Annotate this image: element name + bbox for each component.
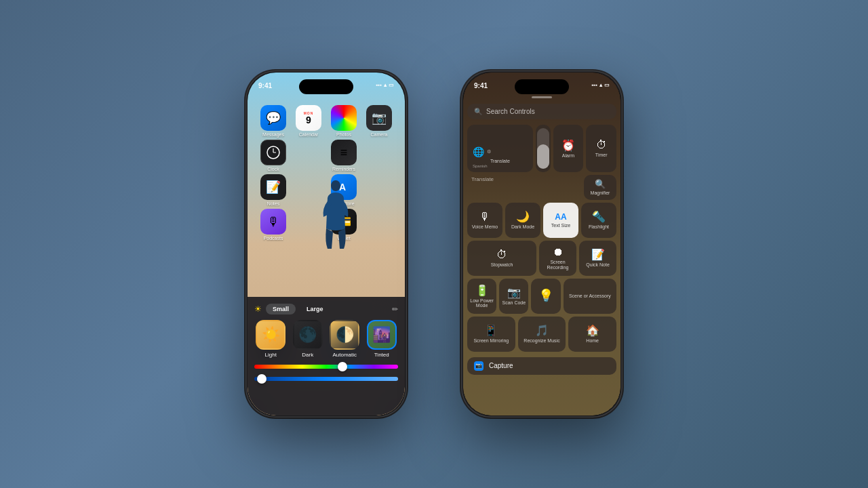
dynamic-island-2: [515, 79, 569, 94]
ctrl-darkmode[interactable]: 🌙 Dark Mode: [505, 203, 540, 238]
messages-label: Messages: [262, 132, 284, 137]
search-placeholder: Search Controls: [486, 108, 535, 115]
reminders-label: Reminders: [332, 167, 355, 171]
podcasts-label: Podcasts: [264, 236, 283, 241]
scancode-label: Scan Code: [502, 300, 526, 306]
translate-settings: ⚙: [487, 149, 491, 155]
dark-icon-img: 🌑: [293, 320, 323, 350]
ctrl-screenrecord[interactable]: ⏺ Screen Recording: [539, 241, 576, 276]
size-small-btn[interactable]: Small: [266, 304, 296, 314]
automatic-icon-img: 🌓: [330, 320, 359, 350]
tinted-icon-img: 🌆: [367, 320, 397, 350]
clock-label: Clock: [267, 167, 279, 171]
home-label: Home: [586, 338, 599, 344]
ctrl-voicememo[interactable]: 🎙 Voice Memo: [467, 203, 502, 238]
ctrl-textsize[interactable]: AA Text Size: [543, 203, 578, 238]
wallpaper-person: [322, 178, 349, 249]
app-notes[interactable]: 📝 Notes: [257, 174, 290, 206]
color-thumb[interactable]: [338, 362, 347, 371]
screenmirror-label: Screen Mirroring: [473, 338, 509, 344]
ctrl-magnifier[interactable]: 🔍 Magnifier: [584, 175, 616, 200]
icon-option-tinted[interactable]: 🌆 Tinted: [366, 320, 399, 358]
app-photos[interactable]: Photos: [328, 105, 360, 137]
alarm-label: Alarm: [562, 153, 574, 159]
ctrl-quicknote[interactable]: 📝 Quick Note: [579, 241, 616, 276]
app-messages[interactable]: 💬 Messages: [257, 105, 290, 137]
dynamic-island-1: [299, 79, 353, 94]
screenrecord-label: Screen Recording: [542, 260, 574, 270]
controls-row-4: ⏱ Stopwatch ⏺ Screen Recording 📝 Quick N…: [467, 241, 616, 276]
ctrl-translate[interactable]: 🌐 ⚙ Translate Spanish: [467, 125, 533, 172]
icon-option-light[interactable]: ☀️ Light: [254, 320, 288, 358]
status-icons-2: ▪▪▪ ▴ ▭: [591, 82, 610, 88]
notes-icon: 📝: [260, 174, 286, 200]
size-large-btn[interactable]: Large: [300, 304, 330, 314]
ctrl-alarm[interactable]: ⏰ Alarm: [553, 125, 584, 172]
dark-label: Dark: [302, 352, 313, 358]
ctrl-timer[interactable]: ⏱ Timer: [586, 125, 616, 172]
phone-2: 9:41 ▪▪▪ ▴ ▭ 🔍 Search Controls: [461, 70, 623, 418]
app-reminders[interactable]: ≡ Reminders: [328, 140, 360, 171]
textsize-icon: AA: [555, 212, 566, 222]
search-bar[interactable]: 🔍 Search Controls: [467, 104, 616, 119]
wifi-icon-2: ▴: [599, 82, 602, 88]
clock-icon: [260, 140, 286, 165]
controls-row-3: 🎙 Voice Memo 🌙 Dark Mode AA Text Size 🔦 …: [467, 203, 616, 238]
capture-row[interactable]: 📷 Capture: [467, 357, 616, 375]
ctrl-scene[interactable]: Scene or Accessory: [564, 279, 616, 314]
photos-icon: [331, 105, 357, 131]
bulb-icon: 💡: [538, 288, 553, 303]
stopwatch-icon: ⏱: [496, 249, 507, 261]
capture-icon: 📷: [474, 361, 484, 371]
controls-row-6: 📱 Screen Mirroring 🎵 Recognize Music 🏠 H…: [467, 317, 616, 352]
controls-panel: 🔍 Search Controls 🌐 ⚙ Translate Spanish: [467, 96, 616, 411]
podcasts-icon: 🎙: [260, 209, 286, 235]
signal-icon-2: ▪▪▪: [591, 82, 597, 88]
tinted-label: Tinted: [374, 352, 389, 358]
camera-label: Camera: [371, 132, 388, 137]
spacer: [543, 175, 551, 200]
app-clock[interactable]: Clock: [257, 140, 290, 171]
messages-icon: 💬: [260, 105, 286, 131]
timer-label: Timer: [595, 152, 608, 158]
color-slider[interactable]: [254, 365, 398, 369]
screenrecord-icon: ⏺: [553, 246, 564, 258]
icon-option-dark[interactable]: 🌑 Dark: [292, 320, 325, 358]
status-time-2: 9:41: [474, 82, 488, 89]
ctrl-scancode[interactable]: 📷 Scan Code: [499, 279, 528, 314]
controls-row-5: 🔋 Low Power Mode 📷 Scan Code 💡 Scene or …: [467, 279, 616, 314]
brightness-slider[interactable]: [536, 125, 551, 172]
app-empty1: [292, 140, 325, 171]
blue-slider[interactable]: [254, 377, 398, 381]
quicknote-icon: 📝: [591, 248, 605, 261]
darkmode-icon: 🌙: [516, 210, 530, 223]
magnifier-icon: 🔍: [595, 179, 606, 189]
svg-point-4: [331, 180, 340, 191]
translate-bottom-label: Translate: [467, 175, 540, 200]
status-time-1: 9:41: [258, 82, 272, 89]
ctrl-recognizemusic[interactable]: 🎵 Recognize Music: [518, 317, 566, 352]
capture-label: Capture: [489, 362, 513, 369]
icon-options: ☀️ Light 🌑 Dark 🌓 Automatic 🌆 Tinted: [254, 320, 398, 358]
app-calendar[interactable]: MON 9 Calendar: [292, 105, 325, 137]
ctrl-light-bulb[interactable]: 💡: [531, 279, 560, 314]
battery-icon: ▭: [389, 82, 394, 88]
blue-thumb[interactable]: [257, 374, 267, 384]
ctrl-screenmirror[interactable]: 📱 Screen Mirroring: [467, 317, 515, 352]
controls-grid: 🌐 ⚙ Translate Spanish ⏰ Al: [467, 125, 616, 375]
scene-label: Scene or Accessory: [569, 293, 611, 299]
flashlight-icon: 🔦: [592, 210, 606, 223]
app-podcasts[interactable]: 🎙 Podcasts: [257, 209, 290, 241]
recognizemusic-icon: 🎵: [535, 324, 549, 337]
ctrl-lowpower[interactable]: 🔋 Low Power Mode: [467, 279, 496, 314]
photos-label: Photos: [336, 132, 351, 137]
icon-option-automatic[interactable]: 🌓 Automatic: [328, 320, 361, 358]
ctrl-home[interactable]: 🏠 Home: [568, 317, 616, 352]
ctrl-stopwatch[interactable]: ⏱ Stopwatch: [467, 241, 536, 276]
voicememo-label: Voice Memo: [472, 224, 498, 230]
ctrl-flashlight[interactable]: 🔦 Flashlight: [581, 203, 616, 238]
app-empty2: [363, 140, 395, 171]
edit-icon[interactable]: ✏: [392, 305, 398, 314]
bottom-panel: ☀ Small Large ✏ ☀️ Light 🌑 Dark 🌓 Automa…: [248, 297, 405, 415]
app-camera[interactable]: 📷 Camera: [363, 105, 395, 137]
